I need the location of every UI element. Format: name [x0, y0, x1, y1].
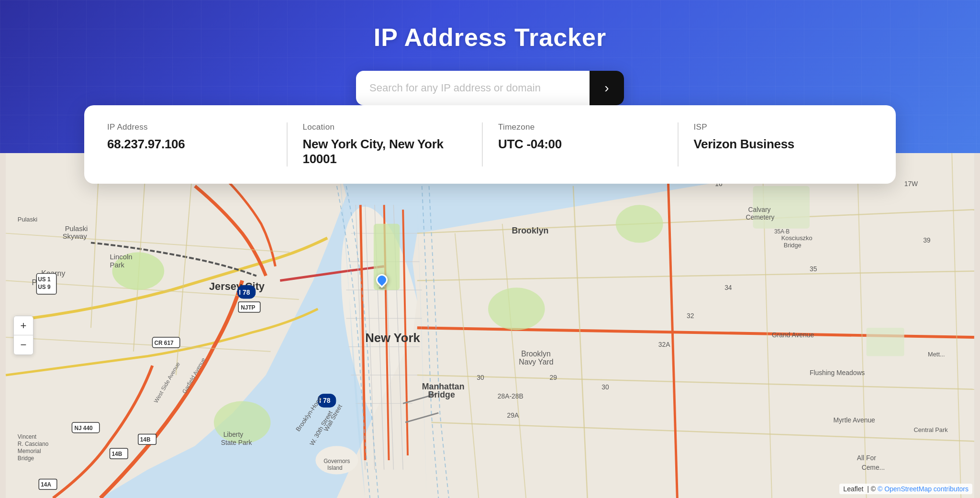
svg-text:Brooklyn: Brooklyn	[521, 350, 550, 358]
location-label: Location	[303, 122, 467, 132]
svg-text:Pulaski: Pulaski	[18, 216, 37, 223]
svg-text:Bridge: Bridge	[428, 390, 455, 400]
svg-text:Memorial: Memorial	[18, 448, 41, 454]
svg-text:Ceme...: Ceme...	[862, 464, 885, 471]
svg-text:34: 34	[724, 284, 732, 291]
svg-text:US 1: US 1	[38, 276, 51, 283]
svg-text:Calvary: Calvary	[748, 206, 771, 213]
search-bar: ›	[356, 71, 624, 105]
map-attribution: Leaflet | © © OpenStreetMap contributors	[839, 484, 972, 494]
svg-text:US 9: US 9	[38, 284, 51, 290]
svg-text:35: 35	[810, 265, 817, 273]
svg-text:New York: New York	[365, 331, 420, 344]
svg-text:30: 30	[477, 374, 484, 381]
map-container[interactable]: Jersey City Kearny Point Lincoln Park Pu…	[0, 139, 980, 498]
svg-text:Mett...: Mett...	[928, 351, 945, 358]
location-section: Location New York City, New York 10001	[287, 122, 482, 166]
svg-text:Lincoln: Lincoln	[110, 253, 133, 261]
timezone-label: Timezone	[498, 122, 662, 132]
svg-text:Cemetery: Cemetery	[746, 213, 775, 221]
svg-text:Liberty: Liberty	[223, 431, 244, 438]
ip-value: 68.237.97.106	[107, 137, 271, 152]
svg-text:Jersey City: Jersey City	[209, 280, 265, 292]
svg-text:Park: Park	[110, 261, 125, 269]
isp-value: Verizon Business	[694, 137, 858, 152]
map-svg: Jersey City Kearny Point Lincoln Park Pu…	[0, 139, 980, 498]
map-pin	[376, 274, 388, 289]
isp-section: ISP Verizon Business	[678, 122, 873, 166]
header: IP Address Tracker ›	[0, 0, 980, 105]
svg-text:14B: 14B	[111, 451, 122, 457]
svg-text:14B: 14B	[140, 436, 151, 443]
svg-text:Pulaski: Pulaski	[65, 225, 88, 232]
svg-text:17W: 17W	[904, 180, 918, 188]
svg-text:29: 29	[550, 374, 557, 381]
svg-text:Navy Yard: Navy Yard	[519, 358, 553, 366]
svg-rect-40	[867, 328, 904, 356]
svg-point-38	[616, 205, 663, 243]
svg-text:NJTP: NJTP	[241, 304, 255, 311]
search-button[interactable]: ›	[590, 71, 624, 105]
timezone-value: UTC -04:00	[498, 137, 662, 152]
svg-text:29A: 29A	[507, 411, 519, 419]
svg-text:Skyway: Skyway	[63, 232, 88, 240]
svg-text:CR 617: CR 617	[154, 340, 174, 346]
ip-section: IP Address 68.237.97.106	[107, 122, 287, 166]
zoom-controls: + −	[13, 316, 33, 355]
zoom-in-button[interactable]: +	[14, 316, 33, 335]
svg-text:32: 32	[687, 312, 694, 320]
svg-text:I 78: I 78	[239, 288, 250, 296]
search-input[interactable]	[356, 71, 590, 105]
location-value: New York City, New York 10001	[303, 137, 467, 166]
osm-attribution[interactable]: © OpenStreetMap contributors	[878, 485, 969, 493]
svg-text:28A-28B: 28A-28B	[498, 392, 523, 400]
svg-text:Kosciuszko: Kosciuszko	[781, 234, 813, 242]
svg-text:Grand Avenue: Grand Avenue	[772, 331, 814, 339]
svg-text:Governors: Governors	[323, 458, 350, 465]
svg-text:Flushing Meadows: Flushing Meadows	[810, 369, 865, 376]
leaflet-attribution: Leaflet	[843, 485, 863, 493]
timezone-section: Timezone UTC -04:00	[482, 122, 678, 166]
svg-point-37	[488, 288, 545, 330]
svg-text:State Park: State Park	[221, 439, 252, 446]
svg-text:30: 30	[601, 383, 609, 391]
svg-text:Island: Island	[327, 465, 343, 471]
svg-text:All For: All For	[857, 454, 876, 462]
svg-text:39: 39	[923, 236, 931, 244]
svg-text:Brooklyn: Brooklyn	[512, 226, 548, 235]
svg-text:NJ 440: NJ 440	[74, 425, 93, 432]
svg-text:Myrtle Avenue: Myrtle Avenue	[833, 416, 875, 424]
svg-text:Vincent: Vincent	[18, 433, 37, 440]
info-card: IP Address 68.237.97.106 Location New Yo…	[84, 105, 896, 184]
svg-text:R. Casciano: R. Casciano	[18, 441, 49, 447]
svg-text:Bridge: Bridge	[784, 242, 802, 249]
svg-text:14A: 14A	[41, 481, 51, 488]
svg-text:Central Park: Central Park	[913, 426, 948, 433]
svg-text:32A: 32A	[658, 341, 670, 348]
svg-text:Bridge: Bridge	[18, 455, 34, 462]
app-title: IP Address Tracker	[374, 23, 606, 52]
ip-label: IP Address	[107, 122, 271, 132]
zoom-out-button[interactable]: −	[14, 335, 33, 354]
svg-text:35A·B: 35A·B	[774, 228, 790, 235]
isp-label: ISP	[694, 122, 858, 132]
